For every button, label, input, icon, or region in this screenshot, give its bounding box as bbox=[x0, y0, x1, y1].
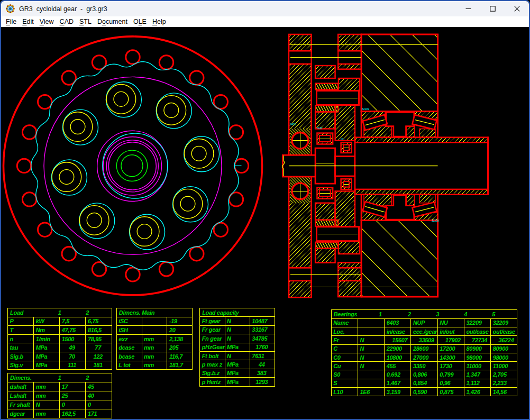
table-bearings: Bearings12345Name6403NUPNU3220932209Loc.… bbox=[331, 309, 518, 396]
column-header: 2 bbox=[406, 311, 434, 317]
window-title: GR3 cycloidal gear - gr3.gr3 bbox=[19, 5, 107, 13]
table-title: Load capacity bbox=[200, 309, 245, 316]
menu-bar: FileEditViewCADSTLDocumentOLEHelp bbox=[1, 16, 529, 27]
menu-item-file[interactable]: File bbox=[6, 18, 16, 25]
table-dimens: Dimens.12dshaftmm1745Lshaftmm2540Fr shaf… bbox=[7, 373, 112, 418]
table-load: Load12PkW7,56,75TNm47,75816,5n1/min15007… bbox=[7, 308, 112, 370]
table-row: L101E63,1590,5900,8751,42614,56 bbox=[331, 388, 517, 396]
table-header-row: Bearings12345 bbox=[331, 310, 517, 318]
table-header-row: Dimens. Main bbox=[116, 308, 192, 317]
table-row: dgearmm162,5171 bbox=[8, 409, 112, 418]
app-icon bbox=[6, 4, 15, 13]
table-row: p max zMPa44 bbox=[200, 360, 275, 369]
table-row: Name6403NUPNU3220932209 bbox=[331, 318, 517, 327]
table-row: Ft gearN10487 bbox=[200, 317, 275, 325]
table-row: dshaftmm1745 bbox=[8, 382, 112, 391]
table-row: Lshaftmm2540 bbox=[8, 391, 112, 400]
column-header: 1 bbox=[377, 311, 406, 317]
table-row: n1/min150078,95 bbox=[8, 334, 112, 343]
close-button[interactable] bbox=[505, 1, 529, 16]
column-header: 3 bbox=[434, 311, 462, 317]
column-header: 2 bbox=[84, 375, 111, 381]
table-row: Sig.vMPa111181 bbox=[8, 361, 112, 370]
menu-item-cad[interactable]: CAD bbox=[60, 18, 74, 25]
table-title: Dimens. bbox=[8, 375, 56, 381]
bearing-label: NU bbox=[341, 138, 345, 141]
table-row: C0N1080027000143009800098000 bbox=[331, 353, 517, 361]
table-row: TNm47,75816,5 bbox=[8, 326, 112, 335]
table-title: Dimens. Main bbox=[117, 309, 163, 316]
table-title: Bearings bbox=[332, 311, 377, 317]
table-title: Load bbox=[8, 309, 56, 316]
table-row: L totmm181,7 bbox=[116, 361, 192, 370]
table-row: dcasemm205 bbox=[116, 343, 192, 352]
table-row: Sig.bMPa70122 bbox=[8, 352, 112, 361]
table-header-row: Dimens.12 bbox=[8, 373, 112, 382]
table-row: Sig.b.zMPa383 bbox=[200, 369, 275, 377]
table-row: Ft boltN7631 bbox=[200, 351, 275, 360]
menu-item-ole[interactable]: OLE bbox=[133, 18, 147, 25]
table-row: pHzGearMPa1760 bbox=[200, 343, 275, 351]
front-view bbox=[4, 36, 262, 295]
table-row: exzmm2,138 bbox=[116, 334, 192, 343]
table-row: iSC-19 bbox=[116, 317, 192, 326]
menu-item-view[interactable]: View bbox=[40, 18, 54, 25]
menu-item-document[interactable]: Document bbox=[97, 18, 127, 25]
column-header: 1 bbox=[56, 375, 84, 381]
app-window: GR3 cycloidal gear - gr3.gr3 FileEditVie… bbox=[0, 0, 530, 420]
window-controls bbox=[456, 1, 529, 16]
column-header: 2 bbox=[84, 309, 111, 316]
table-header-row: Load capacity bbox=[200, 308, 275, 317]
maximize-button[interactable] bbox=[480, 1, 505, 16]
table-row: FrN1560733509179027273436224 bbox=[331, 336, 517, 344]
bearing-label: NUP bbox=[317, 126, 323, 130]
minimize-button[interactable] bbox=[456, 1, 480, 16]
menu-item-help[interactable]: Help bbox=[152, 18, 166, 25]
bearing-label: 32209 bbox=[362, 107, 369, 111]
table-row: PkW7,56,75 bbox=[8, 317, 112, 326]
column-header: 5 bbox=[490, 311, 517, 317]
table-row: bcasemm116,7 bbox=[116, 352, 192, 361]
table-row: S00,6920,8060,7991,3472,705 bbox=[331, 370, 517, 379]
table-row: tauMPa4977 bbox=[8, 343, 112, 352]
table-row: Fr gearN33167 bbox=[200, 325, 275, 334]
table-row: p HertzMPa1293 bbox=[200, 378, 275, 386]
table-row: Loc.in/caseecc./gearin/outout/caseout/ca… bbox=[331, 327, 517, 335]
table-row: CuN455335017301100011000 bbox=[331, 362, 517, 370]
section-view: 6403NUPNU3220932209 bbox=[282, 34, 488, 297]
table-row: Fr shaftN00 bbox=[8, 400, 112, 409]
table-row: iSH20 bbox=[116, 326, 192, 335]
menu-item-edit[interactable]: Edit bbox=[22, 18, 34, 25]
column-header: 1 bbox=[56, 309, 84, 316]
menu-item-stl[interactable]: STL bbox=[79, 18, 92, 25]
table-row: Fn gearN34785 bbox=[200, 334, 275, 343]
bearing-label: 6403 bbox=[290, 123, 296, 126]
drawing-area: 6403NUPNU3220932209 Load12PkW7,56,75TNm4… bbox=[1, 27, 529, 420]
table-header-row: Load12 bbox=[8, 308, 112, 317]
title-bar: GR3 cycloidal gear - gr3.gr3 bbox=[1, 1, 529, 16]
bearing-label: 32209 bbox=[432, 219, 439, 222]
table-row: S1,4670,8540,961,1122,233 bbox=[331, 379, 517, 387]
table-dimens-main: Dimens. MainiSC-19iSH20exzmm2,138dcasemm… bbox=[116, 308, 193, 370]
column-header: 4 bbox=[462, 311, 490, 317]
table-row: CN2290028600172008090080900 bbox=[331, 344, 517, 353]
table-load-capacity: Load capacityFt gearN10487Fr gearN33167F… bbox=[199, 308, 275, 387]
